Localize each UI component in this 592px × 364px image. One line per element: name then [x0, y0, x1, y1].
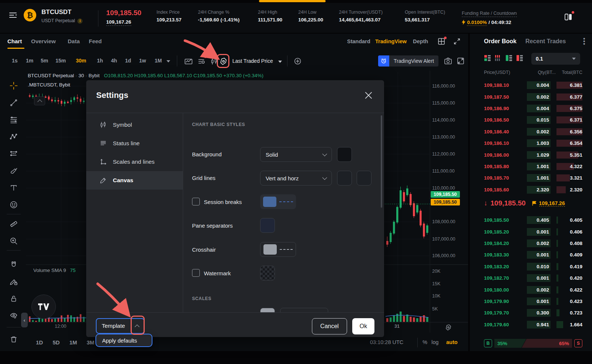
tf-30m[interactable]: 30m	[76, 58, 86, 64]
order-book-ask-row[interactable]: 109,185.801.0014.322	[470, 161, 592, 172]
modal-nav-symbol[interactable]: Symbol	[86, 116, 183, 134]
range-1d[interactable]: 1D	[36, 339, 43, 346]
modal-nav-status-line[interactable]: Status line	[86, 134, 183, 153]
order-book-bid-row[interactable]: 109,180.000.0020.422	[470, 284, 592, 295]
background-color-swatch[interactable]	[337, 147, 352, 162]
mid-mark-price[interactable]: 109,167.26	[539, 200, 565, 207]
ruler-tool-icon[interactable]	[10, 220, 18, 228]
order-book-ask-row[interactable]: 109,187.500.0026.377	[470, 91, 592, 102]
apply-defaults-menu-item[interactable]: Apply defaults	[95, 334, 152, 347]
crosshair-style-control[interactable]	[260, 242, 296, 257]
order-book-bid-row[interactable]: 109,182.700.0010.420	[470, 272, 592, 284]
tab-order-book[interactable]: Order Book	[484, 38, 517, 45]
sidebar-collapse-handle[interactable]: ‹	[21, 313, 28, 327]
timeframe-more-caret[interactable]	[166, 60, 170, 62]
tf-5m[interactable]: 5m	[41, 58, 48, 64]
mid-price-row[interactable]: ↓ 109,185.50 109,167.26	[484, 199, 584, 207]
crosshair-color-swatch[interactable]	[263, 244, 277, 255]
tick-size-dropdown[interactable]: 0.1	[531, 53, 580, 65]
more-menu-icon[interactable]: •••	[583, 37, 585, 45]
legend-collapse-button[interactable]	[34, 96, 45, 105]
order-book-bid-row[interactable]: 109,183.200.0100.419	[470, 261, 592, 272]
ok-button[interactable]: Ok	[352, 318, 374, 334]
lock-all-tool-icon[interactable]	[10, 295, 18, 303]
tf-4h[interactable]: 4h	[111, 58, 117, 64]
layout-grid-icon[interactable]	[438, 38, 445, 45]
order-book-bid-row[interactable]: 109,185.500.4050.405	[470, 214, 592, 226]
tradingview-logo[interactable]	[31, 295, 56, 319]
tab-recent-trades[interactable]: Recent Trades	[525, 38, 566, 45]
background-type-dropdown[interactable]: Solid	[260, 147, 332, 162]
mode-standard[interactable]: Standard	[347, 38, 370, 44]
watermark-checkbox[interactable]	[192, 269, 200, 277]
grid-horz-color-swatch[interactable]	[357, 171, 371, 186]
pane-separators-color-swatch[interactable]	[260, 218, 275, 233]
tf-1w[interactable]: 1w	[139, 58, 146, 64]
symbol-name[interactable]: BTCUSDT	[41, 8, 71, 16]
session-breaks-checkbox[interactable]	[192, 198, 200, 205]
ob-mode-columns-icon[interactable]	[495, 54, 502, 61]
order-book-ask-row[interactable]: 109,185.602.3202.320	[470, 184, 592, 195]
fib-retracement-tool-icon[interactable]	[10, 116, 18, 124]
grid-vert-color-swatch[interactable]	[337, 171, 352, 186]
drawing-lock-tool-icon[interactable]	[10, 278, 18, 286]
camera-icon[interactable]	[444, 57, 452, 65]
template-chevron-up-icon[interactable]	[135, 324, 139, 329]
tab-overview[interactable]: Overview	[31, 38, 56, 44]
order-book-bid-row[interactable]: 109,179.600.9411.664	[470, 319, 592, 330]
close-icon[interactable]	[364, 91, 373, 99]
ob-mode-both-icon[interactable]	[484, 54, 491, 61]
price-type-dropdown[interactable]: Last Traded Price	[232, 58, 273, 64]
stat-funding[interactable]: Funding Rate / Countdown 0.0100% / 04:49…	[462, 10, 517, 25]
range-5d[interactable]: 5D	[53, 339, 60, 346]
compare-icon[interactable]	[210, 57, 218, 65]
modal-nav-canvas[interactable]: Canvas	[86, 171, 183, 190]
order-book-bid-row[interactable]: 109,179.900.0010.423	[470, 296, 592, 307]
position-tool-icon[interactable]	[10, 150, 18, 158]
info-icon[interactable]: i	[77, 18, 83, 24]
tf-15m[interactable]: 15m	[56, 58, 66, 64]
expand-chart-icon[interactable]	[457, 57, 464, 65]
order-book-ask-row[interactable]: 109,186.900.0046.375	[470, 103, 592, 114]
tradingview-alert-button[interactable]: TradingView Alert	[378, 55, 438, 67]
ob-mode-bids-icon[interactable]	[505, 54, 512, 61]
chart-clock[interactable]: 03:10:28 UTC	[370, 339, 403, 345]
hide-drawings-tool-icon[interactable]	[10, 312, 18, 320]
tab-feed[interactable]: Feed	[89, 38, 102, 44]
scale-auto-button[interactable]: auto	[446, 339, 458, 345]
axis-settings-gear-icon[interactable]	[445, 324, 452, 331]
tab-chart[interactable]: Chart	[7, 38, 22, 44]
order-book-bid-row[interactable]: 109,185.200.0010.406	[470, 226, 592, 237]
order-book-ask-row[interactable]: 109,186.400.0026.356	[470, 126, 592, 137]
order-book-ask-row[interactable]: 109,188.100.0046.381	[470, 79, 592, 91]
fullscreen-icon[interactable]	[454, 38, 460, 45]
crosshair-tool-icon[interactable]	[10, 82, 18, 90]
scale-log-button[interactable]: log	[431, 339, 438, 345]
pattern-tool-icon[interactable]	[10, 133, 18, 141]
order-book-ask-row[interactable]: 109,186.001.0295.351	[470, 149, 592, 160]
modal-scrollbar[interactable]	[381, 115, 382, 208]
indicators-icon[interactable]	[198, 57, 206, 65]
watermark-color-swatch[interactable]	[260, 266, 275, 280]
order-book-ask-row[interactable]: 109,186.500.0156.371	[470, 114, 592, 126]
tf-1s[interactable]: 1s	[12, 58, 18, 64]
order-book-bid-row[interactable]: 109,179.700.3000.723	[470, 307, 592, 319]
ob-mode-asks-icon[interactable]	[516, 54, 523, 61]
scale-percent-button[interactable]: %	[423, 339, 427, 345]
mode-tradingview[interactable]: TradingView	[375, 38, 407, 44]
tf-1h[interactable]: 1h	[97, 58, 103, 64]
add-compare-icon[interactable]	[294, 57, 302, 65]
main-menu-icon[interactable]	[8, 10, 18, 20]
brush-tool-icon[interactable]	[10, 167, 18, 175]
delete-drawings-tool-icon[interactable]	[10, 335, 18, 343]
order-book-ask-row[interactable]: 109,185.701.0013.321	[470, 172, 592, 184]
session-breaks-color-swatch[interactable]	[263, 197, 276, 207]
magnet-tool-icon[interactable]	[10, 261, 18, 269]
tab-data[interactable]: Data	[68, 38, 80, 44]
tf-1m[interactable]: 1m	[26, 58, 33, 64]
scales-partial-swatch[interactable]	[260, 308, 275, 312]
order-book-bid-row[interactable]: 109,184.200.0020.408	[470, 238, 592, 249]
trend-line-tool-icon[interactable]	[10, 99, 18, 107]
chart-style-icon[interactable]	[184, 57, 193, 65]
chart-settings-gear-icon[interactable]	[219, 57, 228, 66]
